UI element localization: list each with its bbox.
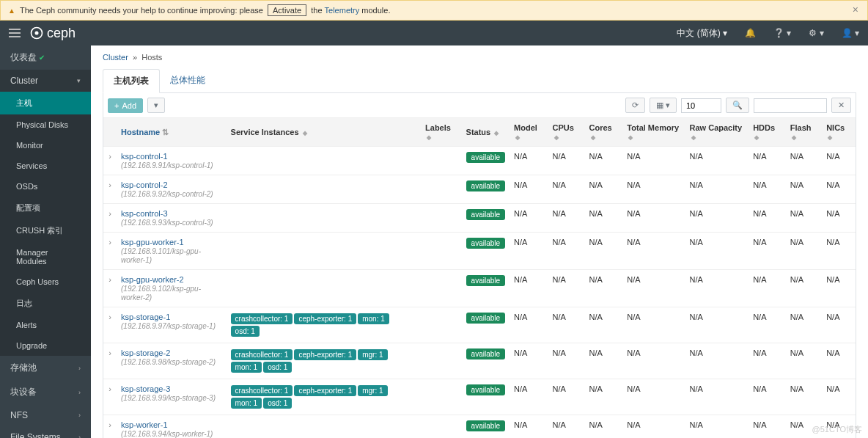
expand-row-icon[interactable]: › bbox=[103, 379, 117, 415]
expand-row-icon[interactable]: › bbox=[103, 270, 117, 307]
sidebar-item-alerts[interactable]: Alerts bbox=[0, 315, 91, 335]
sidebar-item-配置项[interactable]: 配置项 bbox=[0, 197, 91, 219]
logo[interactable]: ceph bbox=[29, 26, 76, 41]
sidebar-item-ceph-users[interactable]: Ceph Users bbox=[0, 271, 91, 292]
sidebar-item-日志[interactable]: 日志 bbox=[0, 292, 91, 315]
hostname-cell[interactable]: ksp-storage-3(192.168.9.99/ksp-storage-3… bbox=[117, 379, 227, 415]
help-icon[interactable]: ❔ ▾ bbox=[773, 28, 791, 38]
raw-cell: N/A bbox=[685, 270, 749, 307]
expand-row-icon[interactable]: › bbox=[103, 343, 117, 379]
hostname-cell[interactable]: ksp-worker-1(192.168.9.94/ksp-worker-1) bbox=[117, 415, 227, 439]
hostname-cell[interactable]: ksp-gpu-worker-2(192.168.9.102/ksp-gpu-w… bbox=[117, 270, 227, 307]
sidebar-item-dashboard[interactable]: 仪表盘 ✔ bbox=[0, 45, 91, 70]
sidebar-item-存储池[interactable]: 存储池› bbox=[0, 356, 91, 380]
sidebar-item-cluster[interactable]: Cluster▾ bbox=[0, 70, 91, 92]
expand-row-icon[interactable]: › bbox=[103, 415, 117, 439]
col-total-memory[interactable]: Total Memory ◆ bbox=[622, 118, 685, 147]
col-cpus[interactable]: CPUs ◆ bbox=[548, 118, 585, 147]
telemetry-link[interactable]: Telemetry bbox=[325, 6, 360, 15]
sidebar-item-monitor[interactable]: Monitor bbox=[0, 135, 91, 156]
logo-text: ceph bbox=[47, 26, 76, 41]
columns-button[interactable]: ▦ ▾ bbox=[650, 98, 677, 113]
user-icon[interactable]: 👤 ▾ bbox=[842, 28, 859, 38]
hosts-table: Hostname ⇅Service Instances ◆Labels ◆Sta… bbox=[103, 117, 856, 438]
search-button[interactable]: 🔍 bbox=[726, 98, 749, 113]
status-cell: available bbox=[462, 233, 510, 270]
labels-cell bbox=[421, 343, 462, 379]
hostname-cell[interactable]: ksp-gpu-worker-1(192.168.9.101/ksp-gpu-w… bbox=[117, 233, 227, 270]
sidebar-item-file-systems[interactable]: File Systems› bbox=[0, 426, 91, 438]
model-cell: N/A bbox=[510, 307, 548, 343]
labels-cell bbox=[421, 270, 462, 307]
services-cell bbox=[227, 415, 421, 439]
table-row: ›ksp-storage-1(192.168.9.97/ksp-storage-… bbox=[103, 307, 856, 343]
status-cell: available bbox=[462, 307, 510, 343]
hostname-cell[interactable]: ksp-control-2(192.168.9.92/ksp-control-2… bbox=[117, 175, 227, 204]
cpus-cell: N/A bbox=[548, 307, 585, 343]
sidebar-item-crush-索引[interactable]: CRUSH 索引 bbox=[0, 219, 91, 242]
col-raw-capacity[interactable]: Raw Capacity ◆ bbox=[685, 118, 749, 147]
raw-cell: N/A bbox=[685, 204, 749, 233]
add-dropdown[interactable]: ▾ bbox=[147, 98, 165, 113]
sidebar-item-块设备[interactable]: 块设备› bbox=[0, 380, 91, 404]
add-button[interactable]: + Add bbox=[108, 98, 143, 113]
expand-row-icon[interactable]: › bbox=[103, 204, 117, 233]
model-cell: N/A bbox=[510, 415, 548, 439]
tab-overall-perf[interactable]: 总体性能 bbox=[160, 69, 216, 92]
model-cell: N/A bbox=[510, 233, 548, 270]
language-selector[interactable]: 中文 (简体) ▾ bbox=[677, 27, 727, 40]
search-input[interactable] bbox=[754, 98, 827, 113]
service-badge: crashcollector: 1 bbox=[231, 349, 293, 360]
hdds-cell: N/A bbox=[749, 204, 786, 233]
sidebar-item-manager-modules[interactable]: Manager Modules bbox=[0, 242, 91, 271]
mem-cell: N/A bbox=[622, 270, 685, 307]
activate-button[interactable]: Activate bbox=[268, 4, 306, 16]
tab-host-list[interactable]: 主机列表 bbox=[103, 69, 160, 93]
cores-cell: N/A bbox=[585, 343, 623, 379]
menu-toggle-icon[interactable] bbox=[9, 29, 21, 37]
status-ok-icon: ✔ bbox=[39, 54, 45, 62]
expand-row-icon[interactable]: › bbox=[103, 175, 117, 204]
chevron-down-icon: ▾ bbox=[77, 77, 81, 84]
col-status[interactable]: Status ◆ bbox=[462, 118, 510, 147]
sidebar-item-services[interactable]: Services bbox=[0, 156, 91, 176]
col-model[interactable]: Model ◆ bbox=[510, 118, 548, 147]
expand-row-icon[interactable]: › bbox=[103, 233, 117, 270]
hostname-cell[interactable]: ksp-control-1(192.168.9.91/ksp-control-1… bbox=[117, 147, 227, 175]
cpus-cell: N/A bbox=[548, 147, 585, 175]
expand-row-icon[interactable]: › bbox=[103, 307, 117, 343]
sidebar-item-upgrade[interactable]: Upgrade bbox=[0, 335, 91, 356]
refresh-button[interactable]: ⟳ bbox=[625, 98, 645, 113]
cores-cell: N/A bbox=[585, 233, 623, 270]
mem-cell: N/A bbox=[622, 379, 685, 415]
sidebar-item-nfs[interactable]: NFS› bbox=[0, 404, 91, 426]
col-labels[interactable]: Labels ◆ bbox=[421, 118, 462, 147]
service-badge: mon: 1 bbox=[231, 398, 262, 409]
close-icon[interactable]: × bbox=[853, 4, 858, 15]
col-service-instances[interactable]: Service Instances ◆ bbox=[227, 118, 421, 147]
col-hdds[interactable]: HDDs ◆ bbox=[749, 118, 786, 147]
raw-cell: N/A bbox=[685, 307, 749, 343]
cores-cell: N/A bbox=[585, 204, 623, 233]
services-cell: crashcollector: 1ceph-exporter: 1mon: 1o… bbox=[227, 307, 421, 343]
sidebar-item-physical-disks[interactable]: Physical Disks bbox=[0, 114, 91, 135]
breadcrumb-cluster[interactable]: Cluster bbox=[103, 53, 128, 62]
col-flash[interactable]: Flash ◆ bbox=[786, 118, 822, 147]
col-hostname[interactable]: Hostname ⇅ bbox=[117, 118, 227, 147]
col-cores[interactable]: Cores ◆ bbox=[585, 118, 623, 147]
table-row: ›ksp-worker-1(192.168.9.94/ksp-worker-1)… bbox=[103, 415, 856, 439]
hostname-cell[interactable]: ksp-storage-2(192.168.9.98/ksp-storage-2… bbox=[117, 343, 227, 379]
cores-cell: N/A bbox=[585, 270, 623, 307]
sidebar-item-osds[interactable]: OSDs bbox=[0, 176, 91, 197]
hdds-cell: N/A bbox=[749, 343, 786, 379]
clear-search-button[interactable]: ✕ bbox=[831, 98, 851, 113]
col-nics[interactable]: NICs ◆ bbox=[822, 118, 856, 147]
pagesize-input[interactable] bbox=[681, 98, 721, 113]
expand-row-icon[interactable]: › bbox=[103, 147, 117, 175]
labels-cell bbox=[421, 307, 462, 343]
gear-icon[interactable]: ⚙ ▾ bbox=[809, 28, 823, 38]
hostname-cell[interactable]: ksp-storage-1(192.168.9.97/ksp-storage-1… bbox=[117, 307, 227, 343]
sidebar-item-主机[interactable]: 主机 bbox=[0, 92, 91, 114]
bell-icon[interactable]: 🔔 bbox=[745, 28, 756, 38]
hostname-cell[interactable]: ksp-control-3(192.168.9.93/ksp-control-3… bbox=[117, 204, 227, 233]
